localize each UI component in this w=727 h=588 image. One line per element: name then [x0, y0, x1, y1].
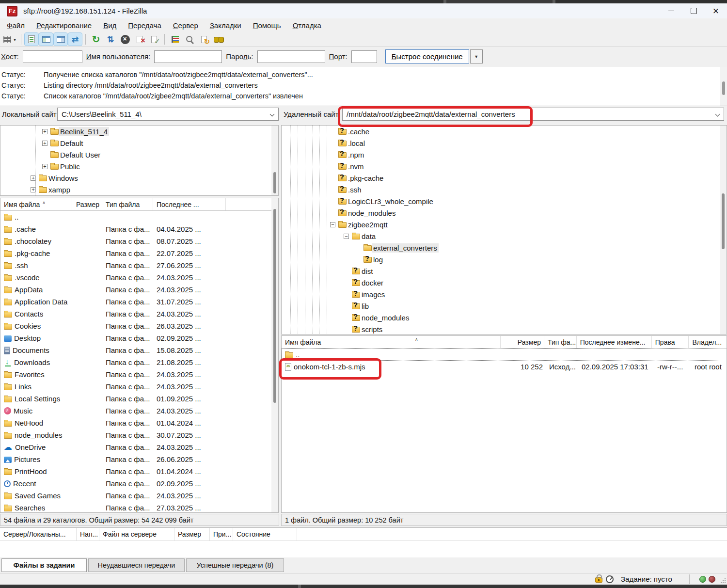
- local-column-header-2[interactable]: Тип файла: [102, 198, 153, 210]
- queue-tab-1[interactable]: Неудавшиеся передачи: [88, 558, 185, 572]
- menu-item-0[interactable]: Файл: [1, 20, 31, 31]
- message-log-scrollbar[interactable]: [720, 67, 727, 106]
- close-button[interactable]: [705, 3, 727, 18]
- local-file-row[interactable]: RecentПапка с фа...02.09.2025 ...: [0, 477, 278, 490]
- queue-tab-2[interactable]: Успешные передачи (8): [186, 558, 284, 572]
- remote-column-header-1[interactable]: Размер: [501, 336, 544, 348]
- local-file-row[interactable]: ContactsПапка с фа...24.03.2025 ...: [0, 308, 278, 320]
- local-file-row[interactable]: Saved GamesПапка с фа...24.03.2025 ...: [0, 490, 278, 502]
- local-file-row[interactable]: PicturesПапка с фа...26.06.2025 ...: [0, 453, 278, 465]
- remote-column-header-2[interactable]: Тип фа...: [544, 336, 577, 348]
- menu-item-3[interactable]: Передача: [122, 20, 167, 31]
- local-list-scrollbar[interactable]: [271, 198, 278, 512]
- menu-item-4[interactable]: Сервер: [167, 20, 204, 31]
- local-file-row[interactable]: NetHoodПапка с фа...01.04.2024 ...: [0, 417, 278, 429]
- menu-item-2[interactable]: Вид: [97, 20, 122, 31]
- remote-tree-item[interactable]: .ssh: [282, 184, 727, 195]
- remote-tree-item[interactable]: node_modules: [282, 207, 727, 219]
- password-input[interactable]: [257, 50, 325, 63]
- maximize-button[interactable]: [682, 3, 705, 18]
- local-file-row[interactable]: Application DataПапка с фа...31.07.2025 …: [0, 296, 278, 308]
- remote-tree-item[interactable]: log: [282, 254, 727, 265]
- disconnect-button[interactable]: [133, 33, 146, 46]
- remote-file-row[interactable]: ..: [282, 349, 719, 361]
- local-file-row[interactable]: AppDataПапка с фа...24.03.2025 ...: [0, 284, 278, 296]
- remote-tree-item[interactable]: .cache: [282, 126, 727, 137]
- local-file-row[interactable]: DocumentsПапка с фа...15.08.2025 ...: [0, 344, 278, 356]
- quickconnect-dropdown-button[interactable]: ▼: [470, 49, 483, 64]
- local-file-row[interactable]: FavoritesПапка с фа...24.03.2025 ...: [0, 368, 278, 381]
- toggle-remote-tree-button[interactable]: [54, 33, 67, 46]
- local-tree-scrollbar[interactable]: [271, 126, 278, 195]
- local-tree-item[interactable]: +xampp: [0, 184, 278, 195]
- tree-expander-icon[interactable]: +: [42, 164, 47, 169]
- synchronized-browsing-button[interactable]: [183, 33, 196, 46]
- local-file-row[interactable]: Local SettingsПапка с фа...01.09.2025 ..…: [0, 393, 278, 405]
- remote-tree-item[interactable]: dist: [282, 265, 727, 277]
- scrollbar-thumb[interactable]: [722, 193, 725, 249]
- minimize-button[interactable]: [660, 3, 682, 18]
- remote-tree-item[interactable]: .pkg-cache: [282, 172, 727, 184]
- username-input[interactable]: [154, 50, 222, 63]
- local-file-row[interactable]: MusicПапка с фа...24.03.2025 ...: [0, 405, 278, 417]
- tree-expander-icon[interactable]: +: [42, 141, 47, 146]
- host-input[interactable]: [23, 50, 82, 63]
- chevron-down-icon[interactable]: [715, 112, 720, 117]
- remote-column-header-4[interactable]: Права: [652, 336, 689, 348]
- remote-tree-item[interactable]: −zigbee2mqtt: [282, 219, 727, 230]
- transfer-queue-list[interactable]: [0, 541, 727, 557]
- tree-expander-icon[interactable]: −: [330, 222, 335, 227]
- local-file-row[interactable]: .pkg-cacheПапка с фа...22.07.2025 ...: [0, 247, 278, 259]
- queue-column-header-5[interactable]: Состояние: [233, 528, 297, 540]
- site-manager-button[interactable]: ▾: [2, 33, 17, 46]
- local-file-row[interactable]: .cacheПапка с фа...04.04.2025 ...: [0, 223, 278, 235]
- remote-tree-item[interactable]: −data: [282, 230, 727, 242]
- queue-column-header-0[interactable]: Сервер/Локальны...: [0, 528, 77, 540]
- reconnect-button[interactable]: [147, 33, 161, 46]
- tree-expander-icon[interactable]: −: [344, 234, 349, 239]
- scrollbar-thumb[interactable]: [722, 81, 725, 95]
- local-file-row[interactable]: ..: [0, 211, 278, 223]
- local-file-row[interactable]: LinksПапка с фа...24.03.2025 ...: [0, 381, 278, 393]
- local-tree-item[interactable]: +Public: [0, 160, 278, 172]
- refresh-file-lists-button[interactable]: [197, 33, 211, 46]
- find-files-button[interactable]: [212, 33, 225, 46]
- port-input[interactable]: [351, 50, 377, 63]
- toggle-local-tree-button[interactable]: [39, 33, 53, 46]
- remote-tree-item[interactable]: LogicCLr3_whole_compile: [282, 195, 727, 207]
- menu-item-6[interactable]: Помощь: [247, 20, 287, 31]
- remote-tree-scrollbar[interactable]: [720, 126, 727, 334]
- local-file-row[interactable]: DownloadsПапка с фа...21.08.2025 ...: [0, 356, 278, 368]
- remote-file-row[interactable]: onokom-tcl-1-zb-s.mjs10 252Исход...02.09…: [282, 361, 727, 373]
- remote-tree-item[interactable]: .local: [282, 137, 727, 149]
- cancel-button[interactable]: [118, 33, 132, 46]
- remote-path-combobox[interactable]: /mnt/data/root/zigbee2mqtt/data/external…: [342, 108, 724, 121]
- remote-tree-item[interactable]: .npm: [282, 149, 727, 160]
- process-queue-button[interactable]: [104, 33, 117, 46]
- chevron-down-icon[interactable]: [270, 112, 275, 117]
- local-file-row[interactable]: PrintHoodПапка с фа...01.04.2024 ...: [0, 465, 278, 477]
- local-tree-item[interactable]: +Beelink_511_4: [0, 126, 278, 137]
- remote-tree-item[interactable]: docker: [282, 277, 727, 288]
- queue-column-header-3[interactable]: Размер: [174, 528, 210, 540]
- local-tree-item[interactable]: +Default: [0, 137, 278, 149]
- local-tree-item[interactable]: Default User: [0, 149, 278, 160]
- local-file-row[interactable]: .chocolateyПапка с фа...08.07.2025 ...: [0, 235, 278, 247]
- local-column-header-0[interactable]: Имя файла∧: [0, 198, 72, 210]
- scrollbar-thumb[interactable]: [273, 172, 276, 193]
- menu-item-5[interactable]: Закладки: [204, 20, 247, 31]
- remote-tree-item[interactable]: lib: [282, 300, 727, 312]
- tree-expander-icon[interactable]: +: [42, 129, 47, 134]
- remote-column-header-5[interactable]: Владел...: [689, 336, 727, 348]
- local-file-row[interactable]: OneDriveПапка с фа...24.03.2025 ...: [0, 441, 278, 453]
- local-column-header-1[interactable]: Размер: [72, 198, 102, 210]
- menu-item-1[interactable]: Редактирование: [31, 20, 97, 31]
- local-file-row[interactable]: .sshПапка с фа...27.06.2025 ...: [0, 259, 278, 271]
- remote-column-header-3[interactable]: Последнее измене...: [577, 336, 652, 348]
- remote-tree-item[interactable]: external_converters: [282, 242, 727, 254]
- speed-gauge-icon[interactable]: [606, 575, 614, 583]
- resize-grip[interactable]: [721, 578, 726, 583]
- toggle-message-log-button[interactable]: [25, 33, 38, 46]
- queue-tab-0[interactable]: Файлы в задании: [1, 558, 87, 572]
- remote-column-header-0[interactable]: Имя файла∧: [282, 336, 501, 348]
